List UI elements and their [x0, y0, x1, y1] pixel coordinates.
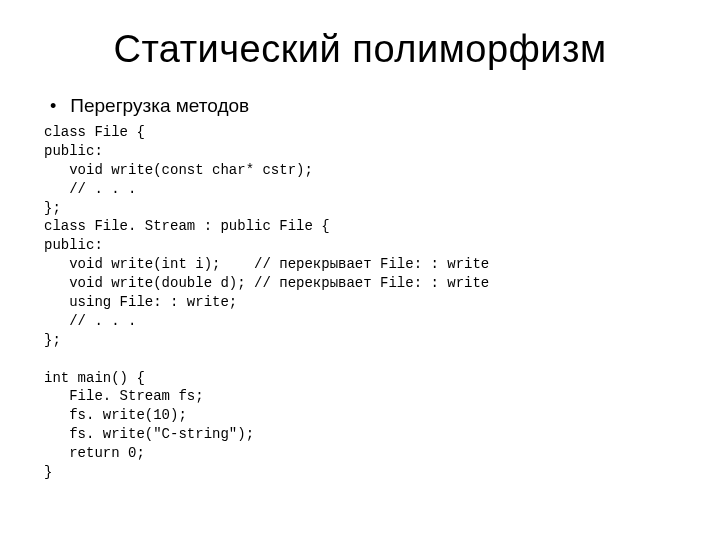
bullet-item: • Перегрузка методов	[50, 95, 676, 117]
slide-title: Статический полиморфизм	[44, 28, 676, 71]
slide: Статический полиморфизм • Перегрузка мет…	[0, 0, 720, 540]
bullet-text: Перегрузка методов	[70, 95, 249, 117]
code-block: class File { public: void write(const ch…	[44, 123, 676, 482]
bullet-dot-icon: •	[50, 97, 56, 115]
